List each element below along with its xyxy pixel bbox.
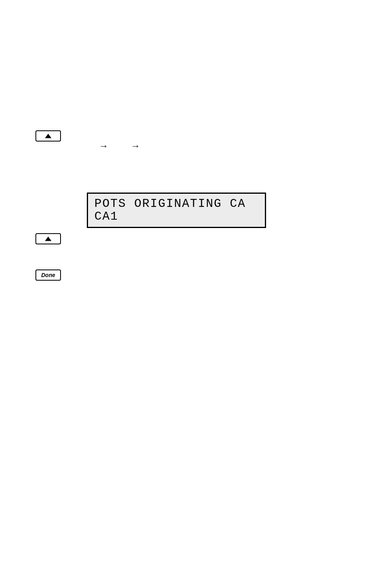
done-key-label: Done — [41, 272, 55, 278]
page: → → POTS ORIGINATING CA CA1 Done — [0, 0, 380, 588]
arrow-right-icon: → — [99, 140, 108, 151]
lcd-display: POTS ORIGINATING CA CA1 — [87, 193, 266, 228]
display-line-2: CA1 — [94, 210, 118, 223]
display-line-1: POTS ORIGINATING CA — [94, 197, 246, 210]
done-key[interactable]: Done — [35, 269, 61, 281]
svg-marker-0 — [45, 134, 51, 138]
triangle-up-icon — [45, 133, 52, 139]
arrow-right-icon: → — [131, 140, 140, 151]
svg-marker-1 — [45, 237, 51, 241]
breadcrumb-arrows: → → — [99, 140, 140, 151]
triangle-up-key[interactable] — [35, 233, 61, 244]
triangle-up-icon — [45, 236, 52, 242]
triangle-up-key[interactable] — [35, 130, 61, 142]
